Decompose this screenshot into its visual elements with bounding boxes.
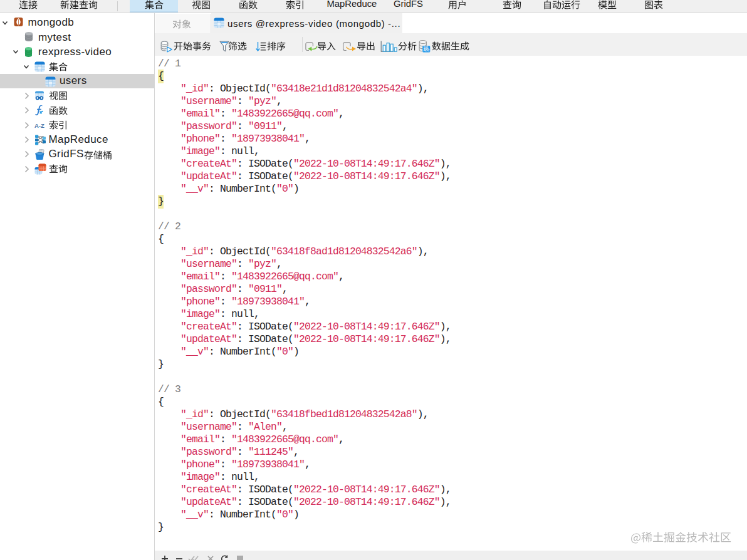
svg-text:ABC: ABC: [423, 49, 430, 52]
svg-text:A-Z: A-Z: [34, 122, 44, 128]
